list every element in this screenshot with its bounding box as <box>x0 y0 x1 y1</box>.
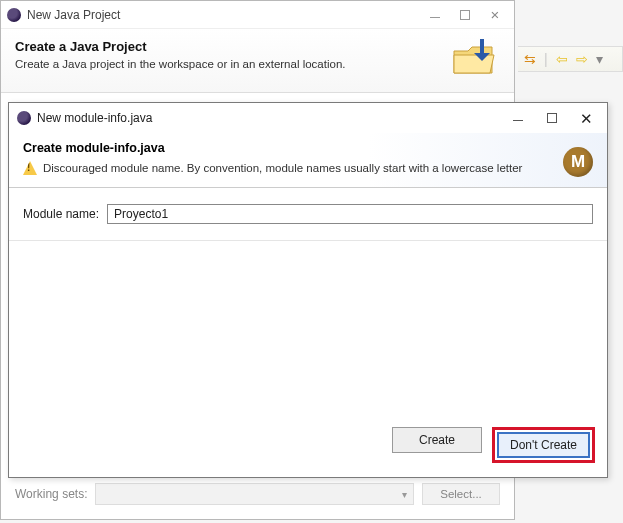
separator: | <box>544 52 548 66</box>
back-window-title: New Java Project <box>27 8 120 22</box>
dialog-heading: Create module-info.java <box>23 141 593 155</box>
dialog-title: New module-info.java <box>37 111 152 125</box>
working-sets-combo[interactable]: ▾ <box>95 483 414 505</box>
toggle-icon[interactable]: ⇆ <box>524 52 536 66</box>
nav-fwd-icon[interactable]: ⇨ <box>576 52 588 66</box>
close-icon[interactable]: × <box>488 8 502 22</box>
maximize-icon[interactable] <box>545 111 559 125</box>
dialog-header: Create module-info.java Discouraged modu… <box>9 133 607 188</box>
folder-icon <box>450 35 498 83</box>
eclipse-icon <box>7 8 21 22</box>
ide-toolstrip: ⇆ | ⇦ ⇨ ▾ <box>518 46 623 72</box>
dialog-titlebar: New module-info.java ✕ <box>9 103 607 133</box>
module-badge-icon: M <box>563 147 593 177</box>
module-name-label: Module name: <box>23 207 99 221</box>
dialog-button-row: Create Don't Create <box>9 417 607 475</box>
back-header: Create a Java Project Create a Java proj… <box>1 29 514 93</box>
menu-dash-icon[interactable]: ▾ <box>596 52 603 66</box>
create-button[interactable]: Create <box>392 427 482 453</box>
close-icon[interactable]: ✕ <box>579 111 593 125</box>
warning-text: Discouraged module name. By convention, … <box>43 162 522 174</box>
eclipse-icon <box>17 111 31 125</box>
minimize-icon[interactable] <box>428 8 442 22</box>
nav-back-icon[interactable]: ⇦ <box>556 52 568 66</box>
dont-create-button[interactable]: Don't Create <box>497 432 590 458</box>
minimize-icon[interactable] <box>511 111 525 125</box>
chevron-down-icon: ▾ <box>402 489 407 500</box>
highlight-box: Don't Create <box>492 427 595 463</box>
select-button[interactable]: Select... <box>422 483 500 505</box>
back-heading: Create a Java Project <box>15 39 500 54</box>
back-subtext: Create a Java project in the workspace o… <box>15 58 500 70</box>
module-name-input[interactable] <box>107 204 593 224</box>
back-bottom-row: Working sets: ▾ Select... <box>1 475 514 519</box>
module-info-dialog: New module-info.java ✕ Create module-inf… <box>8 102 608 478</box>
dialog-spacer <box>9 241 607 417</box>
back-titlebar: New Java Project × <box>1 1 514 29</box>
dialog-body: Module name: <box>9 188 607 241</box>
warning-icon <box>23 161 37 175</box>
working-sets-label: Working sets: <box>15 487 87 501</box>
maximize-icon[interactable] <box>458 8 472 22</box>
